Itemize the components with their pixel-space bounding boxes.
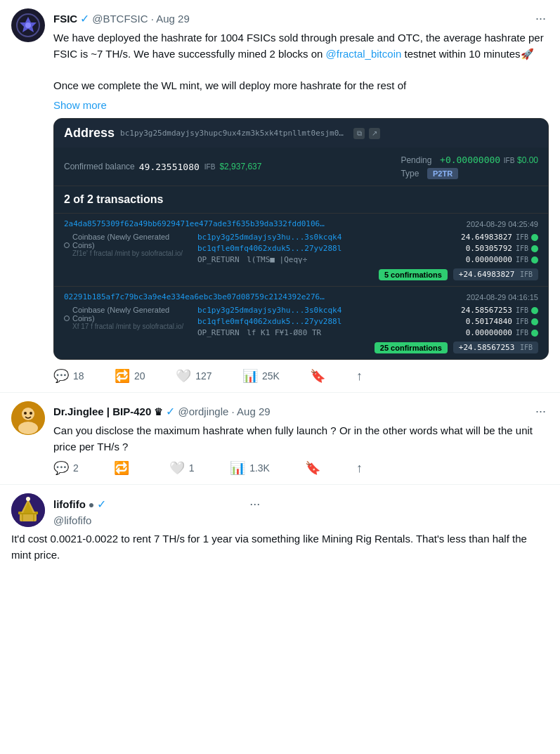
bc-tx1-out2: bc1qfle0mfq4062xduk5...27yv288l 0.503057… bbox=[197, 244, 538, 253]
tweet-1-header-left: FSIC ✓ @BTCFSIC · Aug 29 bbox=[53, 12, 190, 25]
bc-tx2-hash[interactable]: 02291b185af7c79bc3a9e4e334ea6ebc3be07d08… bbox=[64, 292, 325, 301]
tweet-2-actions: 💬 2 🔁 🤍 1 📊 1.3K 🔖 ↑ bbox=[53, 460, 363, 476]
bc-tx2-confirmations: 25 confirmations bbox=[375, 342, 448, 353]
reply-icon-2: 💬 bbox=[53, 460, 69, 476]
like-icon-2: 🤍 bbox=[169, 460, 185, 476]
bc-tx2-outputs: bc1py3g25dmdayjsy3hu...3s0kcqk4 24.58567… bbox=[197, 306, 538, 353]
bc-pending-section: Pending +0.00000000 IFB $0.00 Type P2TR bbox=[401, 155, 538, 178]
tweet-1-text-part2: testnet within 10 minutes🚀 bbox=[401, 48, 533, 60]
bc-tx1-out3-val: 0.00000000 bbox=[466, 255, 512, 264]
tweet-2-header: Dr.Jinglee | BIP-420 ♛ ✓ @ordjingle · Au… bbox=[53, 401, 549, 422]
bc-confirmed-section: Confirmed balance 49.23551080 IFB $2,937… bbox=[64, 162, 261, 172]
tweet-3-text: It'd cost 0.0021-0.0022 to rent 7 TH/s f… bbox=[11, 531, 549, 563]
tweet-2-more-options[interactable]: ··· bbox=[533, 401, 549, 422]
tweet-2-reply-count: 2 bbox=[73, 462, 79, 474]
bc-tx1-out2-val: 0.50305792 bbox=[466, 244, 512, 253]
tweet-3-header: lifofifo ● ✓ ··· @lifofifo bbox=[11, 493, 549, 527]
bc-type-label: Type bbox=[401, 169, 419, 178]
tweet-1-header: FSIC ✓ @BTCFSIC · Aug 29 ··· bbox=[53, 8, 549, 29]
tweet-1-reply[interactable]: 💬 18 bbox=[53, 368, 84, 384]
bc-type-value: P2TR bbox=[427, 168, 458, 179]
bc-tx1-out1-addr[interactable]: bc1py3g25dmdayjsy3hu...3s0kcqk4 bbox=[197, 233, 341, 242]
tweet-2-like-count: 1 bbox=[189, 462, 195, 474]
bc-tx2-out1-val: 24.58567253 bbox=[461, 306, 512, 315]
bc-icons: ⧉ ↗ bbox=[353, 128, 380, 139]
tweet-2-retweet[interactable]: 🔁 bbox=[114, 460, 134, 476]
tweet-2-bookmark[interactable]: 🔖 bbox=[305, 460, 320, 476]
bc-tx2-body: Coinbase (Newly Generated Coins) Xf 17 f… bbox=[64, 306, 538, 353]
svg-point-1 bbox=[25, 22, 31, 28]
tweet-1-bookmark[interactable]: 🔖 bbox=[310, 368, 325, 384]
bc-tx1-out2-amount: 0.50305792 IFB bbox=[466, 244, 538, 253]
bc-tx1-out3-ifb: IFB bbox=[516, 256, 528, 264]
tweet-3-name-row: lifofifo ● ✓ ··· bbox=[53, 494, 263, 514]
tweet-2-verified: ✓ bbox=[166, 405, 175, 418]
tweet-1: FSIC ✓ @BTCFSIC · Aug 29 ··· We have dep… bbox=[0, 0, 560, 393]
tweet-1-more-options[interactable]: ··· bbox=[533, 8, 549, 29]
bc-title: Address bbox=[64, 126, 115, 141]
tweet-2-handle-date: @ordjingle · Aug 29 bbox=[178, 405, 270, 417]
tweet-3-handle[interactable]: @lifofifo bbox=[53, 514, 263, 526]
tweet-1-mention[interactable]: @fractal_bitcoin bbox=[326, 48, 402, 60]
tweet-3-more-options[interactable]: ··· bbox=[109, 494, 263, 514]
show-more-text[interactable]: Show more bbox=[53, 99, 107, 111]
bc-tx1-input-item: Coinbase (Newly Generated Coins) Zf1e' f… bbox=[64, 233, 190, 257]
tweet-1-text: We have deployed the hashrate for 1004 F… bbox=[53, 30, 549, 93]
tweet-1-share[interactable]: ↑ bbox=[356, 369, 363, 384]
bc-tx1-out2-addr[interactable]: bc1qfle0mfq4062xduk5...27yv288l bbox=[197, 244, 341, 253]
views-icon: 📊 bbox=[242, 368, 258, 384]
bc-tx2-out3-dot bbox=[531, 330, 538, 337]
tweet-1-retweet[interactable]: 🔁 20 bbox=[115, 368, 145, 384]
show-more-link[interactable]: Show more bbox=[53, 99, 549, 111]
bc-address[interactable]: bc1py3g25dmdayjsy3hupc9ux4zm3k5xk4tpnllm… bbox=[120, 129, 345, 138]
tweet-3-dot-icon: ● bbox=[89, 499, 94, 510]
bc-tx2-out1-amount: 24.58567253 IFB bbox=[461, 306, 538, 315]
bc-tx1-total: +24.64983827 IFB bbox=[453, 268, 538, 280]
tweet-1-handle[interactable]: @BTCFSIC bbox=[92, 13, 148, 25]
tweet-2-views[interactable]: 📊 1.3K bbox=[230, 460, 270, 476]
bc-tx2-input-item: Coinbase (Newly Generated Coins) Xf 17 f… bbox=[64, 306, 190, 330]
tweet-1-content: FSIC ✓ @BTCFSIC · Aug 29 ··· We have dep… bbox=[53, 8, 549, 384]
tweet-3-meta: lifofifo ● ✓ ··· @lifofifo bbox=[53, 494, 263, 526]
bc-tx1-out2-dot bbox=[531, 245, 538, 252]
bc-tx1-input-label: Coinbase (Newly Generated Coins) bbox=[72, 233, 190, 249]
bc-tx-header: 2 of 2 transactions bbox=[54, 186, 548, 213]
tweet-2-handle[interactable]: @ordjingle bbox=[178, 405, 228, 417]
bc-tx2-out1-ifb: IFB bbox=[516, 306, 528, 314]
bookmark-icon: 🔖 bbox=[310, 368, 325, 384]
tweet-2-text: Can you disclose the maximum hashrate wh… bbox=[53, 423, 549, 455]
bc-tx1-out3: OP_RETURN l(TMS■ |Qeqγ÷ 0.00000000 IFB bbox=[197, 255, 538, 264]
bc-header: Address bc1py3g25dmdayjsy3hupc9ux4zm3k5x… bbox=[54, 119, 548, 148]
bc-confirmed-label: Confirmed balance bbox=[64, 162, 135, 171]
tweet-3-username: lifofifo bbox=[53, 498, 86, 510]
avatar-lifofifo[interactable] bbox=[11, 493, 45, 527]
tweet-2-like[interactable]: 🤍 1 bbox=[169, 460, 195, 476]
bc-tx1-out1-ifb: IFB bbox=[516, 233, 528, 241]
bc-tx2-out2-dot bbox=[531, 318, 538, 325]
bc-tx1-hash-row: 2a4da8575309f62a49bb6929471ee477ade3f635… bbox=[64, 219, 538, 228]
bc-tx2-footer: 25 confirmations +24.58567253 IFB bbox=[197, 342, 538, 353]
tweet-2-share[interactable]: ↑ bbox=[356, 461, 363, 476]
avatar-fsic[interactable] bbox=[11, 8, 45, 42]
bc-tx-1: 2a4da8575309f62a49bb6929471ee477ade3f635… bbox=[54, 213, 548, 286]
bc-tx1-dot bbox=[64, 242, 70, 248]
avatar-drj[interactable] bbox=[11, 401, 45, 435]
bc-copy-icon[interactable]: ⧉ bbox=[353, 128, 365, 139]
tweet-2-reply[interactable]: 💬 2 bbox=[53, 460, 79, 476]
tweet-3-verified: ✓ bbox=[97, 498, 106, 511]
retweet-icon-2: 🔁 bbox=[114, 460, 129, 476]
tweet-1-handle-date: @BTCFSIC · Aug 29 bbox=[92, 13, 190, 25]
bc-tx1-out1: bc1py3g25dmdayjsy3hu...3s0kcqk4 24.64983… bbox=[197, 233, 538, 242]
bc-balance-row: Confirmed balance 49.23551080 IFB $2,937… bbox=[54, 148, 548, 186]
tweet-1-like[interactable]: 🤍 127 bbox=[176, 368, 211, 384]
tweet-1-views[interactable]: 📊 25K bbox=[242, 368, 280, 384]
bc-tx2-time: 2024-08-29 04:16:15 bbox=[467, 293, 538, 301]
bc-tx1-footer: 5 confirmations +24.64983827 IFB bbox=[197, 268, 538, 280]
bc-tx2-out2-addr[interactable]: bc1qfle0mfq4062xduk5...27yv288l bbox=[197, 317, 341, 326]
tweet-2-sep: · bbox=[232, 405, 237, 417]
bc-tx1-hash[interactable]: 2a4da8575309f62a49bb6929471ee477ade3f635… bbox=[64, 219, 325, 228]
bc-link-icon[interactable]: ↗ bbox=[369, 128, 380, 139]
bc-tx2-out2-ifb: IFB bbox=[516, 318, 528, 325]
bc-tx2-out1-addr[interactable]: bc1py3g25dmdayjsy3hu...3s0kcqk4 bbox=[197, 306, 341, 315]
svg-point-12 bbox=[26, 497, 30, 501]
